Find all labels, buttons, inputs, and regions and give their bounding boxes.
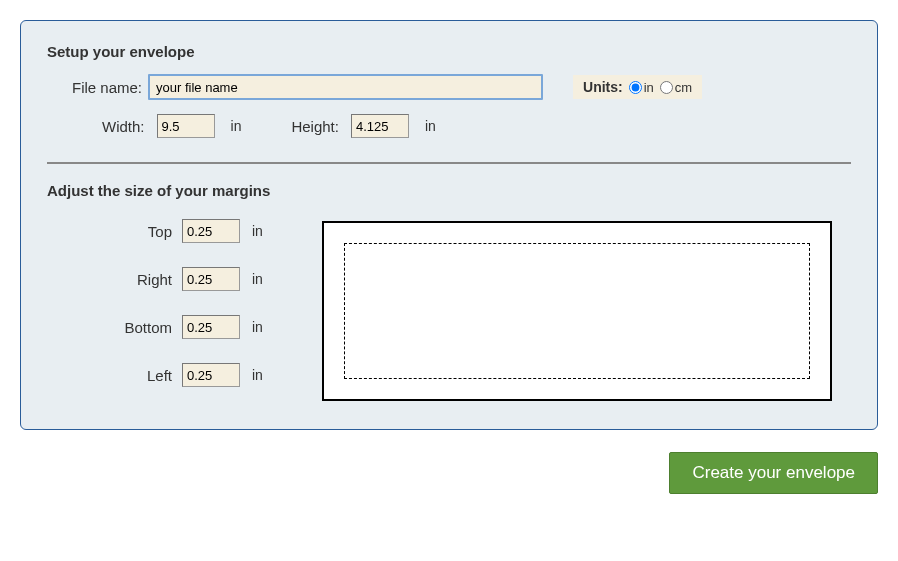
margin-left-label: Left (57, 367, 182, 384)
margin-right-unit: in (252, 271, 263, 287)
height-input[interactable] (351, 114, 409, 138)
margin-row-top: Top in (57, 219, 322, 243)
margin-bottom-input[interactable] (182, 315, 240, 339)
margin-top-unit: in (252, 223, 263, 239)
margin-bottom-unit: in (252, 319, 263, 335)
width-unit: in (231, 118, 242, 134)
filename-row: File name: Units: in cm (47, 74, 851, 100)
envelope-preview-margin (344, 243, 810, 379)
unit-in-text: in (644, 80, 654, 95)
margin-top-label: Top (57, 223, 182, 240)
margins-heading: Adjust the size of your margins (47, 182, 851, 199)
height-label: Height: (291, 118, 339, 135)
margin-bottom-label: Bottom (57, 319, 182, 336)
margin-right-label: Right (57, 271, 182, 288)
margin-row-bottom: Bottom in (57, 315, 322, 339)
width-label: Width: (102, 118, 145, 135)
dimensions-row: Width: in Height: in (47, 114, 851, 138)
unit-cm-text: cm (675, 80, 692, 95)
filename-label: File name: (72, 79, 142, 96)
unit-option-in[interactable]: in (629, 80, 654, 95)
unit-option-cm[interactable]: cm (660, 80, 692, 95)
filename-input[interactable] (148, 74, 543, 100)
margin-controls: Top in Right in Bottom in Left in (47, 219, 322, 387)
margin-row-right: Right in (57, 267, 322, 291)
margins-wrap: Top in Right in Bottom in Left in (47, 219, 851, 401)
create-envelope-button[interactable]: Create your envelope (669, 452, 878, 494)
units-block: Units: in cm (573, 75, 702, 99)
margin-right-input[interactable] (182, 267, 240, 291)
units-label: Units: (583, 79, 623, 95)
margin-row-left: Left in (57, 363, 322, 387)
height-unit: in (425, 118, 436, 134)
submit-row: Create your envelope (20, 452, 878, 494)
envelope-setup-panel: Setup your envelope File name: Units: in… (20, 20, 878, 430)
margin-left-unit: in (252, 367, 263, 383)
width-input[interactable] (157, 114, 215, 138)
unit-radio-in[interactable] (629, 81, 642, 94)
unit-radio-cm[interactable] (660, 81, 673, 94)
setup-heading: Setup your envelope (47, 43, 851, 60)
divider (47, 162, 851, 164)
margin-left-input[interactable] (182, 363, 240, 387)
envelope-preview (322, 221, 832, 401)
margin-top-input[interactable] (182, 219, 240, 243)
